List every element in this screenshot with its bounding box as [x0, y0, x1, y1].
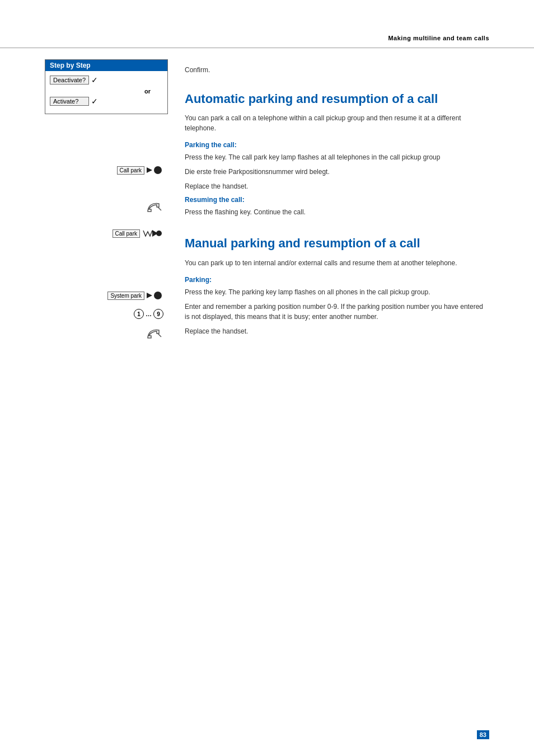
- manual-parking-desc: You can park up to ten internal and/or e…: [185, 258, 489, 268]
- resuming-call-step1: Press the flashing key. Continue the cal…: [185, 207, 489, 217]
- system-park-key-label: System park: [107, 292, 144, 300]
- step-item-deactivate: Deactivate? ✓: [50, 76, 163, 84]
- svg-point-6: [154, 292, 162, 299]
- parking-call-step3: Replace the handset.: [185, 181, 489, 191]
- call-park-flash-icon-row: Call park: [45, 228, 168, 238]
- step-item-activate: Activate? ✓: [50, 97, 163, 106]
- sidebar: Step by Step Deactivate? ✓ or Activate? …: [45, 48, 168, 347]
- sidebar-icons-auto: Call park: [45, 120, 168, 339]
- handset-icon-2: [147, 328, 162, 339]
- handset-replace-icon-row-1: [45, 201, 168, 213]
- svg-point-4: [156, 231, 162, 236]
- activate-button[interactable]: Activate?: [50, 97, 89, 106]
- manual-parking-step2: Enter and remember a parking position nu…: [185, 302, 489, 322]
- manual-parking-step1: Press the key. The parking key lamp flas…: [185, 287, 489, 297]
- parking-call-title: Parking the call:: [185, 141, 489, 149]
- or-label: or: [50, 88, 163, 95]
- handset-icon-1: [147, 201, 162, 213]
- parking-call-step1: Press the key. The call park key lamp fl…: [185, 152, 489, 162]
- manual-parking-step3: Replace the handset.: [185, 326, 489, 336]
- manual-parking-subsection: Parking: Press the key. The parking key …: [185, 276, 489, 336]
- resuming-call-title: Resuming the call:: [185, 196, 489, 204]
- number-range-icon-row: 1 … 9: [45, 309, 168, 319]
- call-park-key-label: Call park: [117, 166, 144, 175]
- handset-replace-icon-row-2: [45, 328, 168, 339]
- page-container: Making multiline and team calls Step by …: [0, 0, 534, 756]
- automatic-parking-title: Automatic parking and resumption of a ca…: [185, 92, 489, 106]
- deactivate-button[interactable]: Deactivate?: [50, 76, 89, 84]
- call-park-flash-key-label: Call park: [113, 229, 140, 238]
- step-by-step-box: Step by Step Deactivate? ✓ or Activate? …: [45, 59, 168, 114]
- manual-parking-section: Manual parking and resumption of a call …: [185, 236, 489, 336]
- checkmark-deactivate: ✓: [91, 76, 98, 84]
- call-park-icon: [147, 166, 162, 175]
- system-park-icon-row: System park: [45, 291, 168, 300]
- svg-marker-5: [147, 293, 152, 298]
- number-range-icon: 1 … 9: [134, 309, 163, 319]
- manual-parking-title2: Parking:: [185, 276, 489, 284]
- call-park-flash-icon: [142, 228, 162, 238]
- parking-call-subsection: Parking the call: Press the key. The cal…: [185, 141, 489, 191]
- svg-line-7: [158, 334, 161, 337]
- checkmark-activate: ✓: [91, 97, 98, 106]
- num-1: 1: [134, 309, 144, 319]
- svg-marker-0: [147, 167, 152, 173]
- parking-call-step2: Die erste freie Parkpositionsnummer wird…: [185, 167, 489, 177]
- automatic-parking-section: Automatic parking and resumption of a ca…: [185, 92, 489, 217]
- page-number: 83: [477, 730, 489, 739]
- system-park-icon: [147, 291, 162, 300]
- step-by-step-content: Deactivate? ✓ or Activate? ✓: [45, 71, 167, 114]
- num-9: 9: [153, 309, 163, 319]
- call-park-icon-row: Call park: [45, 166, 168, 175]
- page-header: Making multiline and team calls: [0, 0, 534, 48]
- step-by-step-header: Step by Step: [45, 60, 167, 71]
- main-content: Step by Step Deactivate? ✓ or Activate? …: [0, 48, 534, 347]
- header-title: Making multiline and team calls: [388, 35, 489, 41]
- svg-line-2: [158, 207, 161, 210]
- automatic-parking-desc: You can park a call on a telephone withi…: [185, 113, 489, 133]
- svg-point-1: [154, 166, 162, 174]
- right-content: Confirm. Automatic parking and resumptio…: [168, 48, 489, 347]
- confirm-text: Confirm.: [185, 65, 489, 75]
- manual-parking-title: Manual parking and resumption of a call: [185, 236, 489, 251]
- resuming-call-subsection: Resuming the call: Press the flashing ke…: [185, 196, 489, 217]
- num-dots: …: [146, 311, 152, 317]
